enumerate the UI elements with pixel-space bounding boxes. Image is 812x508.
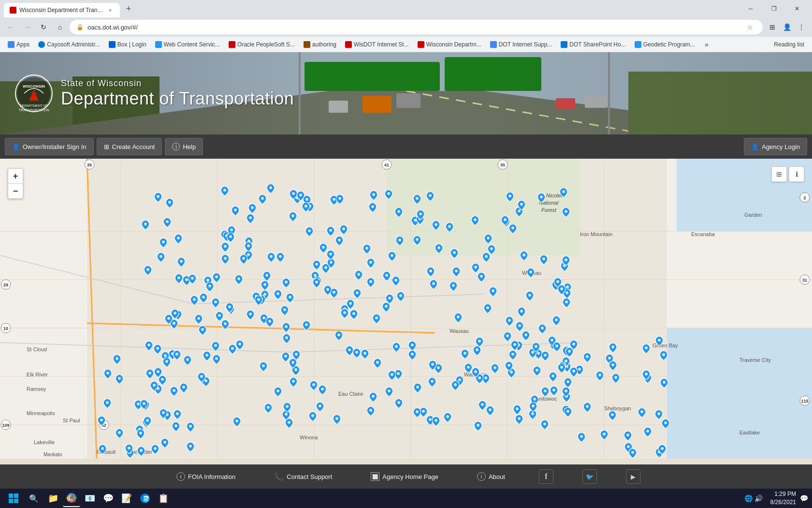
svg-text:41: 41 bbox=[384, 163, 389, 167]
bookmark-widept-label: Wisconsin Departm... bbox=[426, 41, 481, 48]
contact-support-link[interactable]: 📞 Contact Support bbox=[269, 469, 337, 484]
bookmark-geodetic-icon bbox=[635, 41, 641, 48]
about-link[interactable]: i About bbox=[472, 469, 510, 484]
zoom-in-button[interactable]: + bbox=[8, 169, 23, 183]
twitter-icon: 🐦 bbox=[586, 473, 594, 480]
minimize-button[interactable]: ─ bbox=[740, 1, 762, 16]
browser-actions: ⊞ 👤 ⋮ bbox=[766, 20, 808, 34]
svg-text:29: 29 bbox=[3, 283, 8, 287]
create-account-button[interactable]: ⊞ Create Account bbox=[97, 138, 162, 155]
reading-list-button[interactable]: Reading list bbox=[770, 40, 808, 49]
agency-login-button[interactable]: 👤 Agency Login bbox=[744, 138, 807, 155]
foia-icon: i bbox=[176, 472, 185, 481]
bookmark-sharepoint[interactable]: DOT SharePoint Ho... bbox=[557, 40, 630, 49]
owner-sign-in-icon: 👤 bbox=[12, 143, 20, 150]
bookmarks-more-button[interactable]: » bbox=[702, 40, 711, 49]
bookmark-apps[interactable]: Apps bbox=[4, 40, 33, 49]
help-icon: i bbox=[172, 143, 180, 150]
taskbar-app-outlook[interactable]: 📧 bbox=[81, 490, 99, 507]
svg-text:Mankato: Mankato bbox=[44, 452, 62, 457]
bookmark-oracle[interactable]: Oracle PeopleSoft S... bbox=[225, 40, 299, 49]
bookmark-wisdot[interactable]: WisDOT Internet St... bbox=[341, 40, 413, 49]
twitter-button[interactable]: 🐦 bbox=[582, 469, 597, 484]
bookmark-dotsupp[interactable]: DOT Internet Supp... bbox=[486, 40, 556, 49]
tab-close-button[interactable]: × bbox=[106, 6, 114, 14]
svg-text:Garden: Garden bbox=[744, 212, 762, 218]
taskbar-app-edge[interactable] bbox=[136, 490, 154, 507]
forward-button[interactable]: → bbox=[20, 20, 34, 34]
org-dept: Department of Transportation bbox=[61, 89, 294, 109]
bookmark-authoring[interactable]: authoring bbox=[300, 40, 340, 49]
new-tab-button[interactable]: + bbox=[122, 2, 135, 15]
dot-logo: WISCONSIN DEPARTMENT OF TRANSPORTATION bbox=[14, 74, 53, 113]
svg-text:109: 109 bbox=[2, 423, 9, 428]
bookmark-dotsupp-icon bbox=[490, 41, 497, 48]
zoom-out-button[interactable]: − bbox=[8, 184, 23, 198]
back-button[interactable]: ← bbox=[4, 20, 17, 34]
bookmark-oracle-label: Oracle PeopleSoft S... bbox=[237, 41, 295, 48]
browser-chrome: Wisconsin Department of Transp... × + ─ … bbox=[0, 0, 812, 52]
bookmark-cayosoft-icon bbox=[38, 41, 45, 48]
youtube-button[interactable]: ▶ bbox=[626, 469, 640, 484]
agency-home-link[interactable]: ⬜ Agency Home Page bbox=[366, 469, 443, 484]
bookmark-dotsupp-label: DOT Internet Supp... bbox=[499, 41, 552, 48]
maximize-button[interactable]: ❐ bbox=[763, 1, 785, 16]
taskbar-app-fileexplorer[interactable]: 📁 bbox=[44, 490, 62, 507]
bookmark-cayosoft[interactable]: Cayosoft Administr... bbox=[34, 40, 103, 49]
map-info-button[interactable]: ℹ bbox=[789, 166, 804, 182]
address-bar[interactable]: 🔒 oacs.dot.wi.gov/#/ ☆ bbox=[70, 20, 763, 34]
svg-rect-412 bbox=[14, 499, 18, 503]
agency-home-icon: ⬜ bbox=[371, 472, 379, 481]
tab-title: Wisconsin Department of Transp... bbox=[19, 7, 103, 14]
more-options-button[interactable]: ⋮ bbox=[795, 20, 808, 34]
taskbar-app-misc[interactable]: 📋 bbox=[155, 490, 172, 507]
svg-text:St Cloud: St Cloud bbox=[27, 346, 47, 352]
notification-icon[interactable]: 💬 bbox=[800, 494, 808, 502]
map-container[interactable]: 10 29 35 2 31 41 52 109 115 35 St Cloud … bbox=[0, 159, 812, 464]
bookmark-wisdot-icon bbox=[345, 41, 352, 48]
taskbar-app-word[interactable]: 📝 bbox=[118, 490, 135, 507]
agency-login-label: Agency Login bbox=[762, 143, 800, 150]
help-button[interactable]: i Help bbox=[165, 138, 203, 155]
extensions-button[interactable]: ⊞ bbox=[766, 20, 779, 34]
contact-phone-icon: 📞 bbox=[274, 472, 284, 481]
bookmark-star-button[interactable]: ☆ bbox=[744, 21, 756, 33]
svg-text:St Paul: St Paul bbox=[63, 418, 80, 423]
bookmark-box[interactable]: Box | Login bbox=[105, 40, 150, 49]
start-button[interactable] bbox=[4, 489, 23, 508]
bookmark-webcontent[interactable]: Web Content Servic... bbox=[151, 40, 224, 49]
bookmark-widept[interactable]: Wisconsin Departm... bbox=[414, 40, 485, 49]
svg-text:National: National bbox=[539, 200, 559, 206]
svg-text:Forest: Forest bbox=[541, 207, 557, 213]
map-grid-button[interactable]: ⊞ bbox=[771, 166, 787, 182]
foia-link[interactable]: i FOIA Information bbox=[172, 469, 240, 484]
address-bar-row: ← → ↻ ⌂ 🔒 oacs.dot.wi.gov/#/ ☆ ⊞ 👤 ⋮ bbox=[0, 17, 812, 37]
bookmark-wisdot-label: WisDOT Internet St... bbox=[354, 41, 409, 48]
facebook-button[interactable]: f bbox=[539, 469, 553, 484]
taskbar-time-display: 1:29 PM bbox=[770, 490, 796, 498]
facebook-icon: f bbox=[545, 472, 547, 481]
reload-button[interactable]: ↻ bbox=[37, 20, 50, 34]
svg-text:DEPARTMENT OF: DEPARTMENT OF bbox=[19, 104, 48, 107]
create-account-icon: ⊞ bbox=[104, 143, 109, 150]
create-account-label: Create Account bbox=[112, 143, 155, 150]
help-label: Help bbox=[183, 143, 196, 150]
bookmark-geodetic[interactable]: Geodetic Program... bbox=[631, 40, 699, 49]
home-button[interactable]: ⌂ bbox=[53, 20, 67, 34]
owner-sign-in-button[interactable]: 👤 Owner/Installer Sign In bbox=[5, 138, 94, 155]
svg-text:Iron Mountain: Iron Mountain bbox=[580, 231, 612, 237]
window-controls: ─ ❐ ✕ bbox=[740, 1, 808, 16]
svg-text:35: 35 bbox=[500, 163, 505, 167]
tab-favicon bbox=[10, 7, 16, 14]
taskbar-app-skype[interactable]: 💬 bbox=[100, 490, 117, 507]
active-tab[interactable]: Wisconsin Department of Transp... × bbox=[4, 3, 120, 17]
logo-area: WISCONSIN DEPARTMENT OF TRANSPORTATION S… bbox=[0, 74, 308, 113]
svg-rect-411 bbox=[9, 499, 13, 503]
map-zoom-controls: + − bbox=[8, 168, 23, 199]
windows-logo-icon bbox=[9, 493, 18, 503]
taskbar-app-chrome[interactable] bbox=[63, 490, 80, 507]
search-button[interactable]: 🔍 bbox=[25, 490, 43, 507]
close-button[interactable]: ✕ bbox=[786, 1, 808, 16]
svg-text:Winona: Winona bbox=[300, 434, 318, 440]
profile-button[interactable]: 👤 bbox=[780, 20, 794, 34]
